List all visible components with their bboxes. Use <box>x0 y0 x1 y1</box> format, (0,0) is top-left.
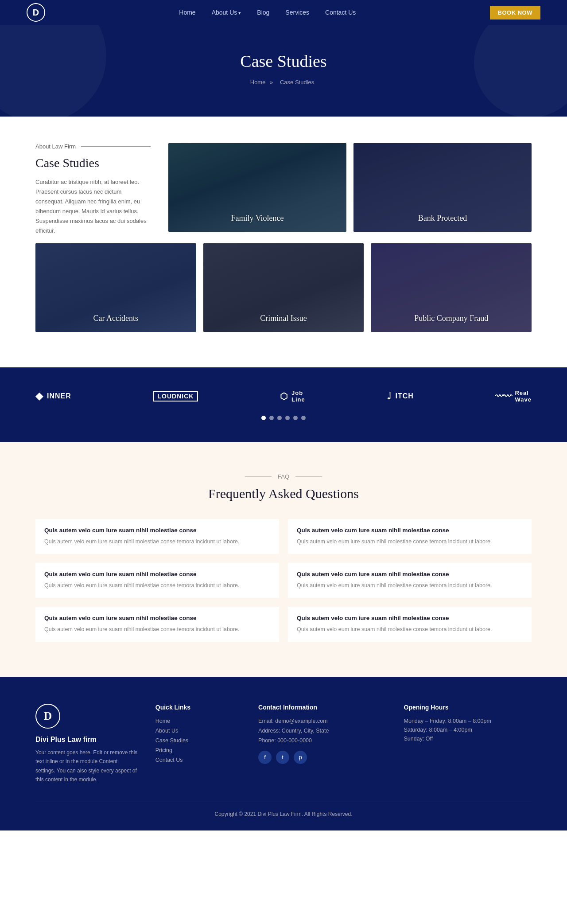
brand-realwave: 〰〰 RealWave <box>495 390 531 403</box>
footer-hours-weekday: Monday – Friday: 8:00am – 8:00pm <box>404 718 532 724</box>
family-overlay: Family Violence <box>168 143 346 232</box>
car-overlay: Car Accidents <box>35 243 196 332</box>
inner-icon: ◆ <box>35 390 43 402</box>
social-twitter[interactable]: t <box>276 751 289 764</box>
faq-item-4[interactable]: Quis autem velo cum iure suam nihil mole… <box>288 563 532 598</box>
realwave-icon: 〰〰 <box>495 391 511 402</box>
faq-section: FAQ Frequently Asked Questions Quis aute… <box>0 442 567 677</box>
case-card-criminal[interactable]: Criminal Issue <box>203 243 364 332</box>
nav-home[interactable]: Home <box>179 9 195 16</box>
navbar: D Home About Us Blog Services Contact Us… <box>0 0 567 25</box>
footer-grid: D Divi Plus Law firm Your content goes h… <box>35 704 532 784</box>
brand-loudnick: LOUDNICK <box>153 391 198 402</box>
case-card-car[interactable]: Car Accidents <box>35 243 196 332</box>
faq-a-3: Quis autem velo eum iure suam nihil mole… <box>44 581 270 590</box>
footer-link-casestudies[interactable]: Case Studies <box>155 737 241 744</box>
footer-link-contact[interactable]: Contact Us <box>155 757 241 763</box>
nav-blog[interactable]: Blog <box>257 9 269 16</box>
dot-6[interactable] <box>301 416 306 420</box>
dot-5[interactable] <box>293 416 298 420</box>
dot-2[interactable] <box>269 416 274 420</box>
nav-logo: D <box>27 3 45 22</box>
faq-item-3[interactable]: Quis autem velo cum iure suam nihil mole… <box>35 563 279 598</box>
footer-hours-sunday: Sunday: Off <box>404 736 532 742</box>
inner-label: INNER <box>47 392 71 400</box>
footer-links-col: Quick Links Home About Us Case Studies P… <box>155 704 241 784</box>
realwave-label: RealWave <box>515 390 531 403</box>
footer-links-title: Quick Links <box>155 704 241 711</box>
nav-about[interactable]: About Us <box>212 9 241 16</box>
faq-q-2: Quis autem velo cum iure suam nihil mole… <box>297 527 523 534</box>
faq-item-2[interactable]: Quis autem velo cum iure suam nihil mole… <box>288 519 532 554</box>
faq-item-5[interactable]: Quis autem velo cum iure suam nihil mole… <box>35 607 279 642</box>
breadcrumb-current: Case Studies <box>280 79 314 86</box>
footer-contact-title: Contact Information <box>258 704 386 711</box>
footer-link-pricing[interactable]: Pricing <box>155 747 241 753</box>
nav-links: Home About Us Blog Services Contact Us <box>179 9 356 16</box>
case-studies-top: About Law Firm Case Studies Curabitur ac… <box>35 143 532 236</box>
footer-email: Email: demo@example.com <box>258 718 386 724</box>
breadcrumb-home[interactable]: Home <box>250 79 266 86</box>
bottom-cards-grid: Car Accidents Criminal Issue Public Comp… <box>35 243 532 332</box>
brand-jobline: ⬡ JobLine <box>280 390 305 403</box>
brands-row: ◆ INNER LOUDNICK ⬡ JobLine ♩ ITCH 〰〰 Rea… <box>35 390 532 403</box>
faq-q-4: Quis autem velo cum iure suam nihil mole… <box>297 571 523 577</box>
breadcrumb-sep: » <box>270 79 273 86</box>
faq-label: FAQ <box>35 473 532 480</box>
faq-item-1[interactable]: Quis autem velo cum iure suam nihil mole… <box>35 519 279 554</box>
case-card-family[interactable]: Family Violence <box>168 143 346 232</box>
public-overlay: Public Company Fraud <box>371 243 532 332</box>
footer-hours-saturday: Saturday: 8:00am – 4:00pm <box>404 727 532 733</box>
brands-section: ◆ INNER LOUDNICK ⬡ JobLine ♩ ITCH 〰〰 Rea… <box>0 367 567 442</box>
bank-title: Bank Protected <box>418 214 467 223</box>
faq-q-6: Quis autem velo cum iure suam nihil mole… <box>297 615 523 621</box>
top-cards-grid: Family Violence Bank Protected <box>168 143 532 232</box>
dot-3[interactable] <box>277 416 282 420</box>
brand-dots <box>35 416 532 420</box>
itch-icon: ♩ <box>387 390 392 402</box>
case-studies-intro: About Law Firm Case Studies Curabitur ac… <box>35 143 151 236</box>
dot-1[interactable] <box>261 416 266 420</box>
nav-services[interactable]: Services <box>285 9 309 16</box>
footer-hours-col: Opening Hours Monday – Friday: 8:00am – … <box>404 704 532 784</box>
hero-section: Case Studies Home » Case Studies <box>0 25 567 117</box>
case-card-public[interactable]: Public Company Fraud <box>371 243 532 332</box>
case-card-bank[interactable]: Bank Protected <box>353 143 532 232</box>
faq-q-3: Quis autem velo cum iure suam nihil mole… <box>44 571 270 577</box>
footer-description: Your content goes here. Edit or remove t… <box>35 748 138 784</box>
intro-label: About Law Firm <box>35 143 151 150</box>
jobline-label: JobLine <box>291 390 305 403</box>
footer-copyright: Copyright © 2021 Divi Plus Law Firm. All… <box>35 802 532 817</box>
bank-overlay: Bank Protected <box>353 143 532 232</box>
footer-contact-col: Contact Information Email: demo@example.… <box>258 704 386 784</box>
page-title: Case Studies <box>9 51 558 71</box>
dot-4[interactable] <box>285 416 290 420</box>
itch-label: ITCH <box>395 392 413 400</box>
footer-address: Address: Country, City, State <box>258 728 386 734</box>
social-icons: f t p <box>258 751 386 764</box>
family-title: Family Violence <box>231 214 284 223</box>
faq-q-5: Quis autem velo cum iure suam nihil mole… <box>44 615 270 621</box>
brand-itch: ♩ ITCH <box>387 390 413 402</box>
footer-phone: Phone: 000-000-0000 <box>258 737 386 744</box>
nav-contact[interactable]: Contact Us <box>325 9 356 16</box>
faq-a-5: Quis autem velo eum iure suam nihil mole… <box>44 625 270 634</box>
brand-inner: ◆ INNER <box>35 390 71 402</box>
loudnick-label: LOUDNICK <box>153 391 198 402</box>
social-pinterest[interactable]: p <box>294 751 307 764</box>
faq-item-6[interactable]: Quis autem velo cum iure suam nihil mole… <box>288 607 532 642</box>
faq-title: Frequently Asked Questions <box>35 486 532 501</box>
jobline-icon: ⬡ <box>280 391 288 402</box>
social-facebook[interactable]: f <box>258 751 272 764</box>
faq-a-2: Quis autem velo eum iure suam nihil mole… <box>297 537 523 546</box>
book-now-button[interactable]: BOOK NOW <box>490 6 540 19</box>
criminal-overlay: Criminal Issue <box>203 243 364 332</box>
footer-brand-col: D Divi Plus Law firm Your content goes h… <box>35 704 138 784</box>
faq-a-6: Quis autem velo eum iure suam nihil mole… <box>297 625 523 634</box>
faq-q-1: Quis autem velo cum iure suam nihil mole… <box>44 527 270 534</box>
car-title: Car Accidents <box>93 314 138 323</box>
breadcrumb: Home » Case Studies <box>9 79 558 86</box>
footer-link-home[interactable]: Home <box>155 718 241 724</box>
footer-link-about[interactable]: About Us <box>155 728 241 734</box>
faq-a-4: Quis autem velo eum iure suam nihil mole… <box>297 581 523 590</box>
